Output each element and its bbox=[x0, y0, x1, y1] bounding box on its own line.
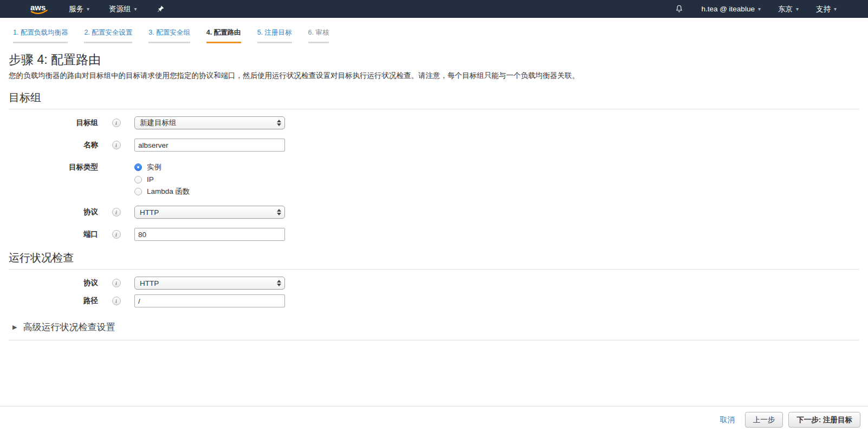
protocol-select-value: HTTP bbox=[140, 208, 159, 216]
bell-icon bbox=[675, 4, 684, 14]
info-icon[interactable]: i bbox=[112, 279, 121, 287]
step-tab-4-configure-routing: 4. 配置路由 bbox=[206, 28, 241, 43]
step-tab-5-register-targets[interactable]: 5. 注册目标 bbox=[257, 28, 292, 43]
info-icon[interactable]: i bbox=[112, 119, 121, 127]
notifications-button[interactable] bbox=[675, 4, 684, 14]
protocol-label: 协议 bbox=[9, 206, 98, 219]
protocol-select[interactable]: HTTP bbox=[134, 206, 285, 219]
radio-option-instance-label: 实例 bbox=[147, 162, 161, 172]
health-path-label: 路径 bbox=[9, 294, 98, 307]
select-updown-icon bbox=[277, 209, 281, 215]
svg-text:aws: aws bbox=[30, 3, 46, 12]
previous-step-button[interactable]: 上一步 bbox=[745, 412, 783, 428]
step-tab-3-configure-security-groups[interactable]: 3. 配置安全组 bbox=[148, 28, 190, 43]
form-row-name: 名称 i bbox=[9, 139, 859, 152]
port-label: 端口 bbox=[9, 228, 98, 241]
aws-logo[interactable]: aws bbox=[30, 3, 49, 16]
next-step-button[interactable]: 下一步: 注册目标 bbox=[788, 412, 860, 428]
step-tab-6-review: 6. 审核 bbox=[308, 28, 329, 43]
cancel-button[interactable]: 取消 bbox=[720, 415, 735, 425]
region-name: 东京 bbox=[778, 4, 793, 14]
info-icon[interactable]: i bbox=[112, 297, 121, 305]
select-updown-icon bbox=[277, 120, 281, 126]
section-title-target-group: 目标组 bbox=[9, 90, 859, 105]
chevron-down-icon: ▾ bbox=[834, 6, 837, 12]
support-menu[interactable]: 支持 ▾ bbox=[816, 4, 837, 14]
support-label: 支持 bbox=[816, 4, 831, 14]
name-input[interactable] bbox=[134, 139, 285, 152]
name-label: 名称 bbox=[9, 139, 98, 152]
advanced-health-check-expander[interactable]: ▶ 高级运行状况检查设置 bbox=[9, 321, 859, 340]
page-title: 步骤 4: 配置路由 bbox=[9, 51, 859, 68]
section-title-health-check: 运行状况检查 bbox=[9, 251, 859, 265]
section-divider bbox=[9, 109, 859, 109]
port-input[interactable] bbox=[134, 228, 285, 241]
radio-selected-icon[interactable] bbox=[134, 163, 142, 171]
nav-resource-groups-label: 资源组 bbox=[109, 4, 131, 14]
health-protocol-select-value: HTTP bbox=[140, 279, 159, 287]
caret-right-icon: ▶ bbox=[12, 324, 17, 330]
radio-option-ip-label: IP bbox=[147, 175, 154, 183]
target-type-label: 目标类型 bbox=[9, 161, 98, 174]
chevron-down-icon: ▾ bbox=[87, 6, 89, 12]
region-menu[interactable]: 东京 ▾ bbox=[778, 4, 799, 14]
info-icon[interactable]: i bbox=[112, 230, 121, 239]
form-row-protocol: 协议 i HTTP bbox=[9, 206, 859, 219]
step-tab-2-configure-security-settings[interactable]: 2. 配置安全设置 bbox=[84, 28, 132, 43]
target-type-radio-group: 实例 IP Lambda 函数 bbox=[134, 161, 190, 196]
advanced-health-check-label: 高级运行状况检查设置 bbox=[23, 321, 115, 333]
radio-option-lambda[interactable]: Lambda 函数 bbox=[134, 187, 190, 196]
info-icon[interactable]: i bbox=[112, 141, 121, 149]
chevron-down-icon: ▾ bbox=[796, 6, 799, 12]
health-protocol-select[interactable]: HTTP bbox=[134, 277, 285, 290]
radio-option-ip[interactable]: IP bbox=[134, 175, 190, 183]
form-row-target-group: 目标组 i 新建目标组 bbox=[9, 116, 859, 129]
target-group-select-value: 新建目标组 bbox=[140, 118, 177, 128]
top-navigation-bar: aws 服务 ▾ 资源组 ▾ h.tea @ iteablue bbox=[0, 0, 868, 18]
chevron-down-icon: ▾ bbox=[134, 6, 137, 12]
page-description: 您的负载均衡器的路由对目标组中的目标请求使用您指定的协议和端口，然后使用运行状况… bbox=[9, 71, 859, 81]
aws-logo-graphic: aws bbox=[30, 3, 49, 16]
section-divider bbox=[9, 269, 859, 270]
main-content: 步骤 4: 配置路由 您的负载均衡器的路由对目标组中的目标请求使用您指定的协议和… bbox=[0, 51, 868, 340]
account-menu[interactable]: h.tea @ iteablue ▾ bbox=[701, 5, 761, 13]
form-row-port: 端口 i bbox=[9, 228, 859, 241]
radio-option-lambda-label: Lambda 函数 bbox=[147, 187, 190, 196]
step-tab-1-configure-load-balancer[interactable]: 1. 配置负载均衡器 bbox=[13, 28, 68, 43]
health-protocol-label: 协议 bbox=[9, 277, 98, 290]
pin-icon bbox=[157, 5, 165, 13]
target-group-label: 目标组 bbox=[9, 116, 98, 129]
info-icon[interactable]: i bbox=[112, 208, 121, 216]
account-name: h.tea @ iteablue bbox=[701, 5, 755, 13]
form-row-health-protocol: 协议 i HTTP bbox=[9, 277, 859, 290]
wizard-steps: 1. 配置负载均衡器 2. 配置安全设置 3. 配置安全组 4. 配置路由 5.… bbox=[0, 18, 868, 43]
pin-shortcut-button[interactable] bbox=[157, 5, 165, 13]
nav-resource-groups[interactable]: 资源组 ▾ bbox=[109, 4, 137, 14]
form-row-health-path: 路径 i bbox=[9, 294, 859, 307]
chevron-down-icon: ▾ bbox=[758, 6, 761, 12]
health-path-input[interactable] bbox=[134, 294, 285, 307]
radio-unselected-icon[interactable] bbox=[134, 188, 142, 195]
radio-unselected-icon[interactable] bbox=[134, 176, 142, 183]
nav-services-label: 服务 bbox=[69, 4, 83, 14]
form-row-target-type: 目标类型 实例 IP Lambda 函数 bbox=[9, 161, 859, 196]
target-group-select[interactable]: 新建目标组 bbox=[134, 116, 285, 129]
select-updown-icon bbox=[277, 280, 281, 286]
radio-option-instance[interactable]: 实例 bbox=[134, 162, 190, 172]
wizard-footer: 取消 上一步 下一步: 注册目标 bbox=[0, 406, 868, 433]
nav-services[interactable]: 服务 ▾ bbox=[69, 4, 89, 14]
